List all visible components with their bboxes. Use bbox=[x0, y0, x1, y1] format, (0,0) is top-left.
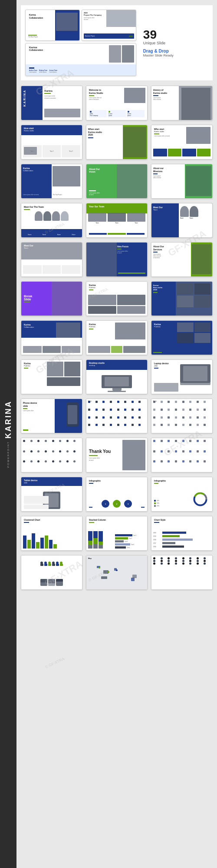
slides-row-13: Map bbox=[21, 555, 213, 590]
slide-phone-device: Phone deviceslide Lorem ipsum dolor bbox=[21, 399, 82, 433]
slides-row-12: Clustered Chart Stacked Co bbox=[21, 516, 213, 551]
slide-welcome: Welcome toKarina Studio Lorem ipsum dolo… bbox=[86, 86, 148, 120]
slide-when-start: When startKarina studio2020 bbox=[86, 125, 148, 160]
hero-section: KarinaCollaboration The Best Project bbox=[21, 5, 213, 80]
slide-map: Map bbox=[86, 555, 148, 590]
slide-history: History ofKarina studio Lorem ipsumdolor… bbox=[151, 86, 213, 120]
slide-chart-clustered: Clustered Chart bbox=[21, 516, 82, 551]
slide-icons-3 bbox=[21, 438, 82, 472]
slide-portfolio-4: Karina Portfolio bbox=[151, 320, 213, 355]
slide-icons-1: Icons bbox=[86, 399, 148, 433]
slides-row-6: Break Slide Karina Portfolio bbox=[21, 281, 213, 316]
slides-row-5: Meet Our Team Idea Focus Lorem ipsum dol… bbox=[21, 242, 213, 277]
sidebar: KARINA POWERPOINT bbox=[0, 0, 16, 868]
stat-label2: Drag & Drop bbox=[143, 49, 205, 53]
stat-number: 39 bbox=[143, 29, 205, 41]
stat-label3: Master Slide Ready bbox=[143, 53, 205, 57]
slide-icons-4 bbox=[151, 438, 213, 472]
slide-meet-team: Meet Our The Team Name Name Name Name bbox=[21, 203, 82, 238]
slide-portfolio-5: Karina Portfolio bbox=[21, 359, 82, 394]
slides-row-4: Meet Our The Team Name Name Name Name bbox=[21, 203, 213, 238]
slide-collab-2: Karina Collaboration bbox=[21, 320, 82, 355]
stat-label1: Unique Slide bbox=[143, 41, 205, 45]
main-content: KarinaCollaboration The Best Project bbox=[16, 0, 217, 608]
slide-chart-stacked: Stacked Column Cat 1 Cat 2 Cat 3 bbox=[86, 516, 148, 551]
slide-infographic-2: Infographic 45% bbox=[151, 477, 213, 512]
slide-meet-team-2: Meet Our Team Name Name bbox=[151, 203, 213, 238]
slides-row-2: How start Karina studio Step 1 Step 2 St… bbox=[21, 125, 213, 160]
slide-collab: Karina Collaboration Our Top Project Lor… bbox=[21, 164, 82, 199]
slide-chart-style: Chart Style 2020 2019 2018 bbox=[151, 516, 213, 551]
slide-missions: About ourMissions Lorem ipsumdolor sit a… bbox=[151, 164, 213, 199]
slide-thankyou: Thank You Lorem ipsum dolorsit amet bbox=[86, 438, 148, 472]
slide-karina-intro: KARINA Karina Lorem ipsum dolorsit amet … bbox=[21, 86, 82, 120]
sidebar-sub: POWERPOINT bbox=[7, 441, 10, 468]
slides-row-7: Karina Collaboration Karina Portfolio bbox=[21, 320, 213, 355]
slide-breakslide: Break Slide bbox=[21, 281, 82, 316]
sidebar-brand: KARINA bbox=[4, 400, 13, 439]
slide-infographic-1: Infographic 1 2 3 bbox=[86, 477, 148, 512]
slide-icon-dots bbox=[151, 555, 213, 590]
slides-row-9: Phone deviceslide Lorem ipsum dolor bbox=[21, 399, 213, 433]
slide-vision: About Our Vision Lorem ipsum dolorsit am… bbox=[86, 164, 148, 199]
slide-meet-team-3: Meet Our Team bbox=[21, 242, 82, 277]
slides-row-11: Tablet device slide Infographic bbox=[21, 477, 213, 512]
slide-people-icons bbox=[21, 555, 82, 590]
slide-how-start: How start Karina studio Step 1 Step 2 St… bbox=[21, 125, 82, 160]
slide-portfolio-1: Karina Portfolio bbox=[86, 281, 148, 316]
hero-slide-2: 2020Project The Company Lorem ipsum dolo… bbox=[82, 10, 136, 41]
slides-row-3: Karina Collaboration Our Top Project Lor… bbox=[21, 164, 213, 199]
slides-row-10: Thank You Lorem ipsum dolorsit amet bbox=[21, 438, 213, 472]
hero-slide-main: Karina Collaboration Andrea Team Lorem i… bbox=[25, 43, 136, 76]
slides-row-1: KARINA Karina Lorem ipsum dolorsit amet … bbox=[21, 86, 213, 120]
slide-tablet: Tablet device slide bbox=[21, 477, 82, 512]
slide-portfolio-2: KarinaBest works2020 bbox=[151, 281, 213, 316]
slide-portfolio-3: Karina Portfolio bbox=[86, 320, 148, 355]
slide-icons-2: Icons bbox=[151, 399, 213, 433]
slide-your-team: Your Our Team Team Team Team bbox=[86, 203, 148, 238]
slide-laptop-device: Laptop device slide bbox=[151, 359, 213, 394]
hero-slide-1: KarinaCollaboration The Best Project bbox=[25, 10, 80, 41]
slide-who-start: Who start Karina studio Lorem ipsum dolo… bbox=[151, 125, 213, 160]
slide-desktop-mockup: Desktop studio mockup bbox=[86, 359, 148, 394]
slide-idea-focus: Idea Focus Lorem ipsum dolorsit amet bbox=[86, 242, 148, 277]
slides-row-8: Karina Portfolio Desktop studio mockup bbox=[21, 359, 213, 394]
slide-services: About OurServices Lorem ipsumdolor sit a… bbox=[151, 242, 213, 277]
